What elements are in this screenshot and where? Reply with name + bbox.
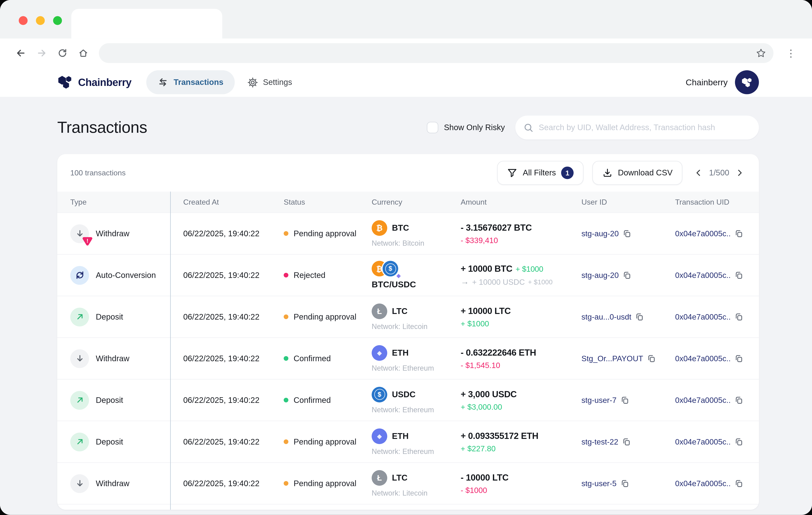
copy-icon[interactable]: [734, 271, 743, 280]
browser-menu-icon[interactable]: ⋮: [782, 44, 801, 62]
reload-button[interactable]: [53, 44, 72, 62]
filters-count-badge: 1: [561, 167, 574, 179]
table-row[interactable]: Auto-Conversion 06/22/2025, 19:40:22 Rej…: [57, 254, 759, 296]
amount-primary: + 0.093355172 ETH: [461, 431, 581, 441]
app-header: Chainberry Transactions Settings Chainbe…: [0, 68, 812, 97]
table-row[interactable]: ! Withdraw 06/22/2025, 19:40:22 Pending …: [57, 212, 759, 254]
status-label: Pending approval: [293, 479, 356, 488]
copy-icon[interactable]: [734, 437, 743, 446]
user-id-link[interactable]: Stg_Or...PAYOUT: [581, 354, 643, 363]
tx-uid-link[interactable]: 0x04e7a0005c..: [675, 354, 731, 363]
table-row[interactable]: Deposit 06/22/2025, 19:40:22 Pending app…: [57, 421, 759, 462]
copy-icon[interactable]: [734, 312, 743, 321]
copy-icon[interactable]: [734, 229, 743, 238]
amount-primary: + 3,000 USDC: [461, 389, 581, 399]
all-filters-button[interactable]: All Filters 1: [497, 161, 584, 185]
eth-icon: ◆: [372, 428, 387, 444]
copy-icon[interactable]: [622, 271, 631, 280]
url-bar[interactable]: [99, 43, 774, 63]
copy-icon[interactable]: [622, 229, 631, 238]
usdc-icon: $: [383, 261, 398, 277]
type-label: Withdraw: [96, 354, 129, 363]
amount-secondary: - $1000: [461, 486, 581, 494]
next-page-button[interactable]: [733, 167, 746, 179]
user-id-link[interactable]: stg-user-7: [581, 396, 617, 404]
currency-code: USDC: [392, 390, 415, 399]
download-csv-button[interactable]: Download CSV: [592, 161, 683, 185]
screenshot-root: ⋮ Chainberry Transactions Settings Chain…: [0, 0, 812, 515]
table-row[interactable]: Deposit 06/22/2025, 19:40:22 Pending app…: [57, 296, 759, 337]
col-transaction-uid: Transaction UID: [675, 198, 746, 206]
tx-uid-link[interactable]: 0x04e7a0005c..: [675, 437, 731, 446]
table-row[interactable]: Withdraw 06/22/2025, 19:40:22 Confirmed …: [57, 337, 759, 379]
auto-conversion-icon: [70, 266, 89, 285]
status-label: Rejected: [293, 270, 325, 280]
tx-uid-link[interactable]: 0x04e7a0005c..: [675, 396, 731, 404]
copy-icon[interactable]: [734, 396, 743, 404]
back-button[interactable]: [11, 44, 30, 62]
copy-icon[interactable]: [734, 479, 743, 488]
currency-pair-code: BTC/USDC: [372, 280, 461, 289]
copy-icon[interactable]: [734, 354, 743, 363]
type-label: Deposit: [96, 312, 123, 321]
created-at: 06/22/2025, 19:40:22: [183, 437, 284, 447]
deposit-icon: [70, 391, 89, 409]
show-only-risky-label: Show Only Risky: [444, 123, 505, 132]
user-id-link[interactable]: stg-aug-20: [581, 229, 618, 238]
user-id-link[interactable]: stg-aug-20: [581, 271, 618, 280]
account-menu[interactable]: Chainberry: [686, 70, 759, 94]
copy-icon[interactable]: [622, 437, 631, 446]
amount-primary-usd: + $1000: [516, 264, 543, 273]
minimize-window-button[interactable]: [36, 16, 45, 25]
copy-icon[interactable]: [620, 396, 629, 404]
url-input[interactable]: [106, 49, 752, 57]
withdraw-icon: [70, 349, 89, 368]
eth-icon: ◆: [372, 345, 387, 361]
tx-uid-link[interactable]: 0x04e7a0005c..: [675, 271, 731, 280]
brand-logo[interactable]: Chainberry: [57, 75, 132, 89]
chainberry-avatar-icon: [741, 77, 753, 88]
copy-icon[interactable]: [647, 354, 656, 363]
bookmark-star-icon[interactable]: [756, 48, 766, 58]
transfer-arrows-icon: [157, 77, 168, 87]
tx-uid-link[interactable]: 0x04e7a0005c..: [675, 312, 731, 321]
status-dot: [284, 231, 288, 236]
tx-uid-link[interactable]: 0x04e7a0005c..: [675, 479, 731, 488]
nav-transactions-label: Transactions: [174, 78, 224, 87]
close-window-button[interactable]: [19, 16, 28, 25]
copy-icon[interactable]: [620, 479, 629, 488]
withdraw-icon: !: [70, 224, 89, 243]
ltc-icon: Ł: [372, 303, 387, 319]
maximize-window-button[interactable]: [53, 16, 62, 25]
home-button[interactable]: [74, 44, 93, 62]
copy-icon[interactable]: [635, 312, 644, 321]
tx-uid-link[interactable]: 0x04e7a0005c..: [675, 229, 731, 238]
user-id-link[interactable]: stg-user-5: [581, 479, 617, 488]
browser-tab[interactable]: [71, 9, 222, 38]
search-bar[interactable]: [515, 116, 759, 140]
amount-converted: + 10000 USDC: [472, 277, 525, 286]
prev-page-button[interactable]: [693, 167, 705, 179]
amount-secondary: - $1,545.10: [461, 361, 581, 369]
conversion-arrow-icon: →: [461, 277, 469, 286]
avatar[interactable]: [735, 70, 759, 94]
search-input[interactable]: [539, 123, 751, 132]
status-label: Pending approval: [293, 437, 356, 447]
col-user-id: User ID: [581, 198, 675, 206]
user-id-link[interactable]: stg-test-22: [581, 437, 618, 446]
table-row-clipped: [57, 504, 759, 510]
nav-tab-settings[interactable]: Settings: [248, 77, 292, 88]
col-amount: Amount: [461, 198, 581, 206]
amount-primary: - 3.15676027 BTC: [461, 223, 581, 233]
forward-button[interactable]: [32, 44, 51, 62]
show-only-risky-toggle[interactable]: Show Only Risky: [427, 122, 505, 133]
table-row[interactable]: Withdraw 06/22/2025, 19:40:22 Pending ap…: [57, 462, 759, 504]
show-only-risky-checkbox[interactable]: [427, 122, 438, 133]
user-id-link[interactable]: stg-au...0-usdt: [581, 312, 631, 321]
nav-tab-transactions[interactable]: Transactions: [146, 70, 235, 94]
amount-converted-usd: + $1000: [528, 278, 553, 286]
table-row[interactable]: Deposit 06/22/2025, 19:40:22 Confirmed $…: [57, 379, 759, 421]
created-at: 06/22/2025, 19:40:22: [183, 229, 284, 238]
created-at: 06/22/2025, 19:40:22: [183, 354, 284, 363]
col-created-at: Created At: [183, 198, 284, 206]
